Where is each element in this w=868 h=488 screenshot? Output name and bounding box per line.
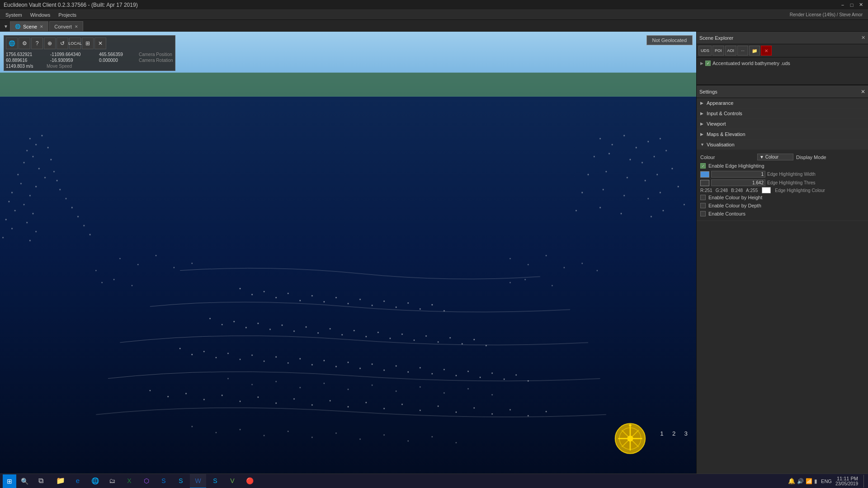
move-speed-row: 1149.803 m/s Move Speed (6, 64, 173, 69)
svg-point-162 (137, 264, 139, 265)
taskbar-skype[interactable]: S (173, 474, 189, 488)
search-button[interactable]: 🔍 (18, 475, 31, 488)
section-appearance-header[interactable]: ▶ Appearance (697, 98, 868, 108)
maximize-button[interactable]: □ (848, 1, 855, 9)
start-button[interactable]: ⊞ (3, 474, 16, 488)
taskbar-app1[interactable]: ⬡ (138, 474, 155, 488)
taskbar-vault[interactable]: V (224, 474, 241, 488)
btn-uds[interactable]: UDS (698, 46, 712, 56)
svg-point-77 (372, 305, 373, 306)
contours-checkbox[interactable] (700, 211, 706, 216)
enable-edge-row: ✓ Enable Edge Highlighting (700, 162, 864, 170)
appearance-label: Appearance (707, 100, 733, 106)
svg-point-164 (174, 267, 175, 268)
edge-highlight-checkbox[interactable]: ✓ (700, 163, 706, 169)
btn-delete[interactable]: ✕ (761, 46, 772, 56)
svg-point-106 (473, 339, 475, 340)
svg-point-192 (216, 432, 217, 433)
svg-point-169 (132, 285, 133, 286)
date-display: 23/05/2019 (835, 481, 858, 486)
app-title: Euclideon Vault Client 0.2.3.37566 - (Bu… (4, 2, 138, 8)
btn-folder[interactable]: 📁 (749, 46, 760, 56)
menu-system[interactable]: System (2, 11, 26, 19)
svg-point-71 (299, 300, 301, 301)
section-input-header[interactable]: ▶ Input & Controls (697, 108, 868, 118)
svg-point-143 (240, 401, 241, 402)
tool-add[interactable]: ⊕ (44, 38, 56, 49)
close-button[interactable]: ✕ (857, 1, 864, 9)
contours-label: Enable Contours (708, 211, 745, 216)
notification-icon[interactable]: 🔔 (788, 478, 795, 484)
tool-grid[interactable]: ⊞ (82, 38, 94, 49)
svg-point-8 (47, 147, 49, 148)
btn-ace[interactable]: AOI (725, 46, 737, 56)
taskbar-word[interactable]: W (190, 474, 206, 488)
tool-help[interactable]: ? (31, 38, 43, 49)
vis-body: Colour ▼ Colour Display Mode ✓ Enable Ed… (697, 150, 868, 221)
section-viewport-header[interactable]: ▶ Viewport (697, 119, 868, 129)
taskbar-edge[interactable]: e (70, 474, 86, 488)
settings-header: Settings ✕ (697, 85, 868, 98)
taskbar-taskview[interactable]: ⧉ (33, 474, 49, 488)
edge-thresh-label: Edge Highlighting Thres (767, 180, 816, 185)
minimize-button[interactable]: − (839, 1, 846, 9)
svg-point-178 (552, 285, 553, 286)
tool-local[interactable]: LOCAL (69, 38, 81, 49)
scene-item-label: Accentuated world bathymetry .uds (712, 61, 790, 66)
svg-point-86 (233, 321, 235, 322)
language-indicator[interactable]: ENG (821, 479, 832, 484)
taskbar-skype2[interactable]: S (207, 474, 223, 488)
svg-point-64 (663, 210, 664, 211)
taskbar-sharepoint[interactable]: S (156, 474, 172, 488)
section-vis-header[interactable]: ▼ Visualisation (697, 140, 868, 150)
viewport[interactable]: 1 2 3 🌐 ⚙ ? ⊕ ↺ LOCAL ⊞ ✕ 1756.632921 (0, 32, 696, 474)
edge-width-input[interactable] (711, 171, 765, 178)
edge-thresh-input[interactable] (711, 179, 765, 186)
rotation-z: 0.000000 (99, 58, 135, 63)
svg-point-196 (311, 437, 313, 438)
svg-point-50 (627, 177, 628, 178)
settings-close[interactable]: ✕ (861, 89, 865, 95)
tab-convert-label: Convert (54, 24, 72, 29)
show-desktop-btn[interactable] (863, 475, 865, 488)
tool-settings[interactable]: ⚙ (19, 38, 30, 49)
taskbar-chrome[interactable]: 🌐 (87, 474, 103, 488)
item-checkbox[interactable]: ✓ (705, 61, 711, 66)
svg-point-20 (59, 189, 61, 190)
network-icon[interactable]: 📶 (806, 478, 812, 484)
menu-projects[interactable]: Projects (55, 11, 80, 19)
taskbar-explorer[interactable]: 📁 (52, 474, 69, 488)
taskbar-right: 🔔 🔊 📶 ▮ ENG 11:11 PM 23/05/2019 (788, 475, 865, 488)
svg-point-65 (684, 204, 685, 205)
volume-icon[interactable]: 🔊 (797, 478, 804, 484)
scene-item-bathymetry[interactable]: ▶ ✓ Accentuated world bathymetry .uds (698, 59, 866, 67)
taskbar-files[interactable]: 🗂 (104, 474, 120, 488)
colour-depth-label: Enable Colour by Depth (708, 203, 761, 208)
g-value: G:248 (716, 188, 728, 193)
taskbar-clock[interactable]: 11:11 PM 23/05/2019 (835, 476, 858, 486)
edge-color-swatch[interactable] (700, 171, 709, 178)
section-maps-header[interactable]: ▶ Maps & Elevation (697, 129, 868, 139)
tab-convert-close[interactable]: ✕ (75, 24, 78, 29)
colour-depth-checkbox[interactable] (700, 203, 706, 208)
tab-scene-close[interactable]: ✕ (40, 24, 43, 29)
colour-dropdown[interactable]: ▼ Colour (757, 154, 793, 160)
tab-convert[interactable]: Convert ✕ (49, 21, 83, 31)
tool-globe[interactable]: 🌐 (6, 38, 18, 49)
rgba-color-swatch[interactable] (762, 187, 771, 193)
colour-height-checkbox[interactable] (700, 195, 706, 200)
btn-more[interactable]: ··· (737, 46, 748, 56)
viewport-expand-icon: ▶ (700, 122, 705, 126)
move-speed-value: 1149.803 m/s (6, 64, 47, 69)
scene-explorer-close[interactable]: ✕ (861, 35, 865, 41)
tool-rotate[interactable]: ↺ (57, 38, 68, 49)
time-display: 11:11 PM (835, 476, 858, 481)
taskbar-red-app[interactable]: 🔴 (241, 474, 258, 488)
tab-scene[interactable]: 🌐 Scene ✕ (10, 21, 48, 31)
svg-point-182 (299, 387, 301, 388)
btn-poi[interactable]: POI (712, 46, 724, 56)
tool-cancel[interactable]: ✕ (94, 38, 106, 49)
menu-windows[interactable]: Windows (27, 11, 54, 19)
taskbar-excel[interactable]: X (121, 474, 137, 488)
tab-nav-left[interactable]: ▼ (2, 21, 10, 31)
